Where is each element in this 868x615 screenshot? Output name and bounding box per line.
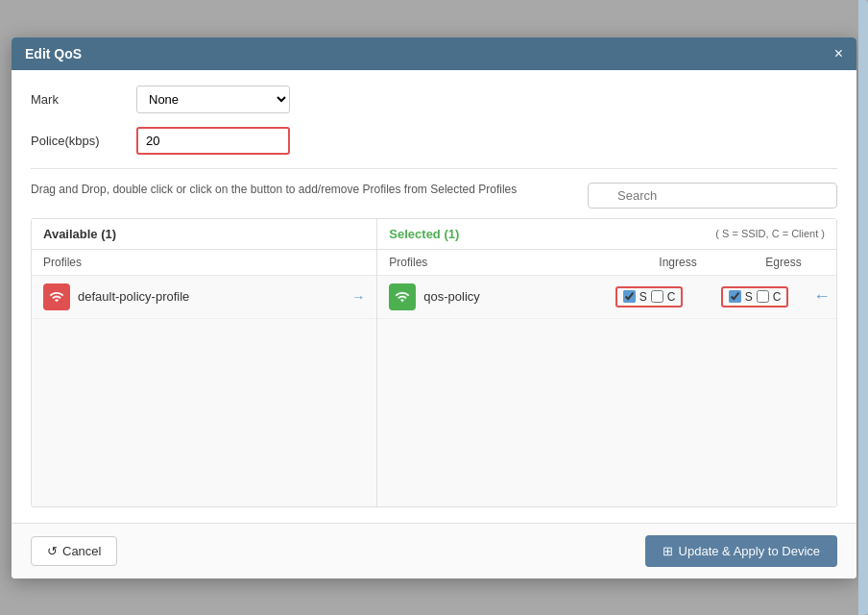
mark-select[interactable]: None AF11 AF12 CS0 CS1 [136, 86, 290, 113]
divider [31, 168, 837, 169]
drag-drop-hint: Drag and Drop, double click or click on … [31, 183, 588, 196]
search-input[interactable] [588, 183, 837, 209]
egress-s-checkbox[interactable] [729, 290, 741, 303]
update-label: Update & Apply to Device [679, 544, 820, 558]
mark-label: Mark [31, 92, 136, 107]
ingress-s-checkbox[interactable] [623, 290, 636, 303]
available-profile-name: default-policy-profile [78, 289, 351, 304]
police-row: Police(kbps) [31, 127, 837, 155]
selected-row-profile: qos-policy [389, 283, 596, 310]
cancel-icon: ↺ [47, 544, 58, 558]
available-panel-body: default-policy-profile → [32, 276, 376, 506]
egress-outlined-box: S C [721, 286, 789, 308]
cancel-button[interactable]: ↺ Cancel [31, 536, 117, 566]
egress-c-checkbox[interactable] [757, 290, 769, 303]
mark-row: Mark None AF11 AF12 CS0 CS1 [31, 86, 837, 113]
modal-overlay: Edit QoS × Mark None AF11 AF12 CS0 CS1 P… [0, 0, 868, 615]
panels-container: Available (1) Profiles default-policy-pr… [31, 218, 837, 507]
selected-col-profiles: Profiles [377, 250, 625, 275]
move-left-icon[interactable]: ← [808, 286, 836, 307]
profile-icon-available [43, 283, 70, 310]
modal-title: Edit QoS [25, 46, 82, 62]
panel-available: Available (1) Profiles default-policy-pr… [32, 219, 377, 506]
modal: Edit QoS × Mark None AF11 AF12 CS0 CS1 P… [12, 37, 856, 578]
selected-panel-title: Selected (1) [389, 227, 459, 241]
legend-text: ( S = SSID, C = Client ) [715, 228, 825, 239]
ingress-outlined-box: S C [615, 286, 684, 308]
update-apply-button[interactable]: ⊞ Update & Apply to Device [645, 535, 837, 567]
modal-header: Edit QoS × [12, 37, 856, 70]
modal-body: Mark None AF11 AF12 CS0 CS1 Police(kbps)… [12, 70, 856, 523]
available-col-profiles: Profiles [32, 250, 376, 276]
selected-profile-row: qos-policy S C [377, 276, 836, 319]
available-panel-header: Available (1) [32, 219, 376, 250]
close-button[interactable]: × [834, 45, 843, 62]
police-input[interactable] [136, 127, 290, 155]
move-right-icon[interactable]: → [351, 289, 365, 305]
available-profile-item[interactable]: default-policy-profile → [32, 276, 376, 319]
selected-col-ingress: Ingress [625, 250, 731, 275]
egress-c-label: C [773, 290, 782, 304]
ingress-s-label: S [639, 290, 647, 304]
hint-search-row: Drag and Drop, double click or click on … [31, 183, 837, 209]
ingress-checkbox-group: S C [596, 286, 702, 308]
egress-s-label: S [745, 290, 753, 304]
update-icon: ⊞ [663, 544, 673, 558]
selected-subheader-row: Profiles Ingress Egress [377, 250, 836, 276]
selected-col-egress: Egress [731, 250, 836, 275]
scrollbar[interactable] [858, 0, 868, 615]
search-wrapper: 🔍 [588, 183, 837, 209]
selected-panel-header: Selected (1) ( S = SSID, C = Client ) [377, 219, 836, 250]
police-label: Police(kbps) [31, 134, 136, 148]
selected-panel-body: qos-policy S C [377, 276, 836, 506]
ingress-c-checkbox[interactable] [651, 290, 663, 303]
modal-footer: ↺ Cancel ⊞ Update & Apply to Device [12, 523, 856, 578]
cancel-label: Cancel [62, 544, 101, 558]
profile-icon-selected [389, 283, 416, 310]
selected-profile-name: qos-policy [423, 289, 596, 304]
ingress-c-label: C [667, 290, 676, 304]
egress-checkbox-group: S C [702, 286, 808, 308]
panel-selected: Selected (1) ( S = SSID, C = Client ) Pr… [377, 219, 836, 506]
